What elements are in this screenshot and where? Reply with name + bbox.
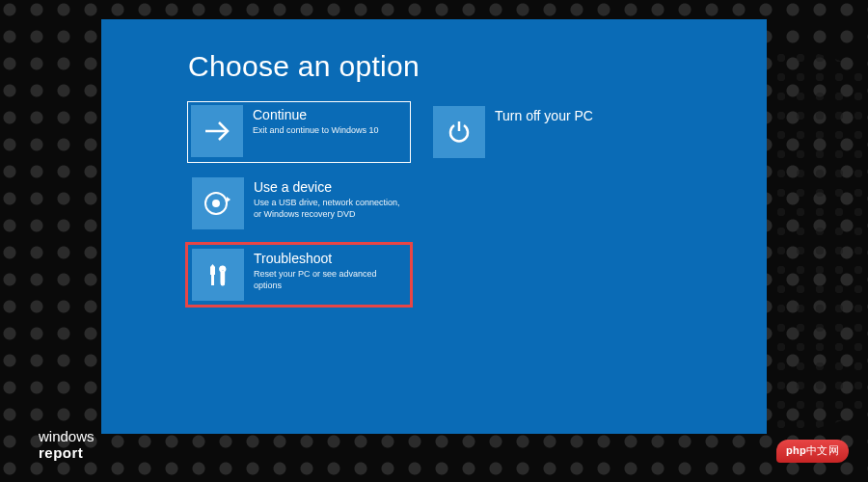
option-troubleshoot-desc: Reset your PC or see advanced options: [254, 268, 406, 291]
option-use-device-text: Use a device Use a USB drive, network co…: [254, 177, 406, 220]
option-use-device-title: Use a device: [254, 179, 406, 195]
option-continue-text: Continue Exit and continue to Windows 10: [253, 105, 379, 136]
option-continue-desc: Exit and continue to Windows 10: [253, 124, 379, 136]
watermark-windows-report: windows report: [39, 429, 95, 461]
option-turnoff-title: Turn off your PC: [495, 108, 593, 123]
disc-icon: [192, 177, 244, 229]
page-title: Choose an option: [188, 50, 680, 83]
option-continue-title: Continue: [253, 107, 379, 122]
svg-point-6: [221, 281, 225, 285]
watermark-php-badge: php中文网: [776, 440, 849, 463]
svg-rect-4: [211, 274, 214, 285]
watermark-line2: report: [39, 445, 95, 462]
options-grid: Continue Exit and continue to Windows 10…: [188, 102, 680, 305]
recovery-environment-window: Choose an option Continue Exit and conti…: [101, 19, 767, 434]
option-turnoff[interactable]: Turn off your PC: [429, 102, 651, 162]
svg-rect-5: [221, 272, 225, 282]
option-troubleshoot-title: Troubleshoot: [254, 251, 406, 266]
watermark-line1: windows: [39, 429, 95, 445]
watermark-right-text: 中文网: [806, 444, 839, 456]
option-use-device-desc: Use a USB drive, network connection, or …: [254, 197, 406, 220]
svg-point-3: [213, 201, 219, 206]
arrow-right-icon: [191, 105, 243, 157]
option-continue[interactable]: Continue Exit and continue to Windows 10: [188, 102, 410, 162]
option-troubleshoot[interactable]: Troubleshoot Reset your PC or see advanc…: [188, 245, 410, 305]
option-troubleshoot-text: Troubleshoot Reset your PC or see advanc…: [254, 249, 406, 291]
power-icon: [433, 106, 485, 158]
option-use-device[interactable]: Use a device Use a USB drive, network co…: [188, 174, 410, 233]
tools-icon: [192, 249, 244, 301]
option-turnoff-text: Turn off your PC: [495, 106, 593, 125]
